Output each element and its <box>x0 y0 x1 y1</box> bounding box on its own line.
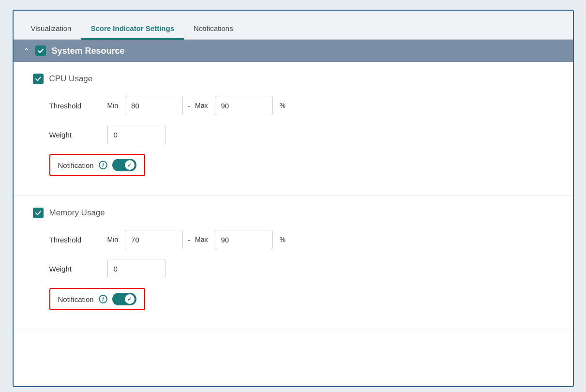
tabs-bar: Visualization Score Indicator Settings N… <box>14 11 573 40</box>
cpu-weight-label: Weight <box>49 131 107 139</box>
cpu-notification-label: Notification <box>58 161 94 169</box>
memory-max-input[interactable] <box>215 230 273 249</box>
memory-threshold-row: Threshold Min - Max % <box>33 230 554 249</box>
cpu-max-label: Max <box>195 102 208 109</box>
memory-percent: % <box>280 236 285 243</box>
cpu-toggle-track: ✓ <box>112 159 136 171</box>
cpu-min-input[interactable] <box>125 96 183 115</box>
cpu-header: CPU Usage <box>33 74 554 84</box>
cpu-weight-input[interactable] <box>107 125 165 144</box>
cpu-toggle-check-icon: ✓ <box>127 162 132 168</box>
cpu-threshold-row: Threshold Min - Max % <box>33 96 554 115</box>
memory-min-label: Min <box>107 236 119 243</box>
cpu-notification-toggle[interactable]: ✓ <box>112 159 136 171</box>
memory-notification-toggle[interactable]: ✓ <box>112 293 136 305</box>
cpu-weight-row: Weight <box>33 125 554 144</box>
main-container: Visualization Score Indicator Settings N… <box>13 10 574 387</box>
tab-score-indicator[interactable]: Score Indicator Settings <box>81 18 184 40</box>
memory-dash: - <box>188 236 190 244</box>
memory-min-input[interactable] <box>125 230 183 249</box>
memory-notification-label: Notification <box>58 295 94 303</box>
section-title: System Resource <box>52 46 125 56</box>
memory-threshold-fields: Min - Max % <box>107 230 285 249</box>
memory-weight-input[interactable] <box>107 259 165 278</box>
memory-subsection: Memory Usage Threshold Min - Max % Weigh… <box>14 196 573 330</box>
memory-notification-info-icon[interactable]: i <box>99 295 107 303</box>
cpu-threshold-label: Threshold <box>49 102 107 110</box>
memory-notification-row: Notification i ✓ <box>33 288 554 310</box>
memory-toggle-thumb: ✓ <box>125 294 135 304</box>
cpu-notification-info-icon[interactable]: i <box>99 161 107 169</box>
content-area: ⌃ System Resource CPU Usage Threshold <box>14 40 573 330</box>
cpu-title: CPU Usage <box>49 74 93 84</box>
section-checkbox[interactable] <box>35 45 46 56</box>
cpu-max-input[interactable] <box>215 96 273 115</box>
cpu-notification-box: Notification i ✓ <box>49 154 145 176</box>
cpu-weight-field <box>107 125 165 144</box>
memory-threshold-label: Threshold <box>49 236 107 244</box>
memory-toggle-check-icon: ✓ <box>127 296 132 302</box>
memory-notification-box: Notification i ✓ <box>49 288 145 310</box>
cpu-min-label: Min <box>107 102 119 109</box>
cpu-percent: % <box>280 102 285 109</box>
memory-toggle-track: ✓ <box>112 293 136 305</box>
section-header: ⌃ System Resource <box>14 40 573 62</box>
memory-checkbox[interactable] <box>33 208 44 218</box>
memory-weight-label: Weight <box>49 265 107 273</box>
collapse-chevron[interactable]: ⌃ <box>23 46 30 56</box>
cpu-notification-row: Notification i ✓ <box>33 154 554 176</box>
memory-max-label: Max <box>195 236 208 243</box>
cpu-toggle-thumb: ✓ <box>125 160 135 170</box>
memory-weight-row: Weight <box>33 259 554 278</box>
memory-header: Memory Usage <box>33 208 554 218</box>
cpu-dash: - <box>188 102 190 110</box>
tab-visualization[interactable]: Visualization <box>21 18 81 40</box>
tab-notifications[interactable]: Notifications <box>184 18 243 40</box>
memory-weight-field <box>107 259 165 278</box>
cpu-checkbox[interactable] <box>33 74 44 84</box>
cpu-threshold-fields: Min - Max % <box>107 96 285 115</box>
memory-title: Memory Usage <box>49 208 105 218</box>
cpu-subsection: CPU Usage Threshold Min - Max % Weight <box>14 62 573 196</box>
